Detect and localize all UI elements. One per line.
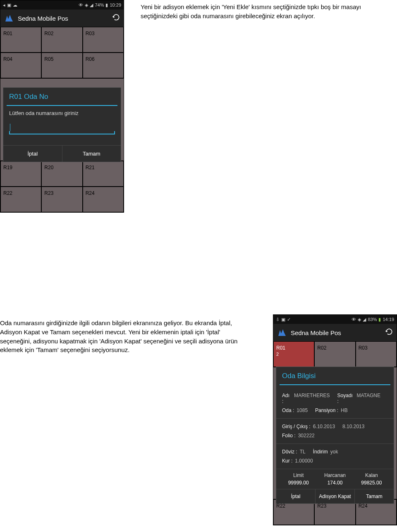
eye-icon: 👁 <box>352 317 356 322</box>
status-time: 10:29 <box>110 2 121 7</box>
battery-icon: ▮ <box>105 2 108 8</box>
room-grid-top: R01 2 R02 R03 <box>273 341 397 367</box>
app-title: Sedna Mobile Pos <box>18 15 68 22</box>
app-logo-icon <box>4 13 14 24</box>
dialog-divider <box>280 384 390 385</box>
name-label: Adı : <box>282 393 292 404</box>
image-icon: ▣ <box>7 2 11 8</box>
dialog-subtitle: Lütfen oda numarasını giriniz <box>3 110 121 124</box>
room-cell[interactable]: R03 <box>356 342 396 367</box>
room-cell[interactable]: R02 <box>315 342 355 367</box>
oda-no-input[interactable] <box>9 124 115 134</box>
room-cell[interactable]: R01 2 <box>274 342 314 367</box>
screenshot-oda-no: ◂ ▣ ☁ 👁 ◈ ◢ 74% ▮ 10:29 Sedna Mobile Pos… <box>0 0 124 213</box>
signal-icon: ◢ <box>90 2 93 8</box>
surname-label: Soyadı : <box>337 393 354 404</box>
board-value: HB <box>341 407 348 413</box>
refresh-icon[interactable] <box>112 13 120 23</box>
room-cell[interactable]: R24 <box>83 187 123 212</box>
status-bar: ◂ ▣ ☁ 👁 ◈ ◢ 74% ▮ 10:29 <box>0 0 124 10</box>
rate-label: Kur : <box>282 458 292 464</box>
room-cell[interactable]: R20 <box>42 161 82 186</box>
room-cell[interactable]: R03 <box>83 27 123 52</box>
chat-icon: ☁ <box>13 2 17 8</box>
room-cell[interactable]: R21 <box>83 161 123 186</box>
battery-percent: 74% <box>95 2 104 7</box>
folio-label: Folio : <box>282 433 296 439</box>
instruction-paragraph-2: Oda numarasını girdiğinizde ilgili odanı… <box>0 319 244 355</box>
remain-label: Kalan <box>361 472 382 478</box>
name-value: MARIETHERES <box>294 393 330 404</box>
room-cell[interactable]: R02 <box>42 27 82 52</box>
room-grid-bottom: R19 R20 R21 R22 R23 R24 <box>0 161 124 212</box>
app-title: Sedna Mobile Pos <box>291 329 341 336</box>
room-grid-top: R01 R02 R03 R04 R05 R06 <box>0 27 124 78</box>
refresh-icon[interactable] <box>385 328 393 338</box>
rate-value: 1.00000 <box>295 458 313 464</box>
nav-icon: ◂ <box>3 2 5 8</box>
room-label: R01 <box>276 345 285 351</box>
room-cell[interactable]: R06 <box>83 53 123 78</box>
wifi-icon: ◈ <box>358 317 361 322</box>
limit-value: 99999.00 <box>288 480 309 486</box>
room-cell[interactable]: R05 <box>42 53 82 78</box>
tamam-button[interactable]: Tamam <box>354 489 394 503</box>
room-cell[interactable]: R19 <box>1 161 41 186</box>
checkout-value: 8.10.2013 <box>342 424 364 429</box>
spent-label: Harcanan <box>324 472 346 478</box>
iptal-button[interactable]: İptal <box>3 146 62 162</box>
currency-label: Döviz : <box>282 449 297 455</box>
app-header: Sedna Mobile Pos <box>0 10 124 27</box>
board-label: Pansiyon : <box>315 407 338 413</box>
remain-value: 99825.00 <box>361 480 382 486</box>
dialog-title: Oda Bilgisi <box>276 367 394 384</box>
instruction-paragraph-1: Yeni bir adisyon eklemek için 'Yeni Ekle… <box>141 2 372 21</box>
screenshot-oda-bilgisi: ⇩ ▣ ✓ 👁 ◈ ◢ 83% ▮ 14:19 Sedna Mobile Pos… <box>273 314 397 525</box>
room-cell[interactable]: R22 <box>1 187 41 212</box>
app-logo-icon <box>277 327 287 338</box>
oda-bilgisi-dialog: Oda Bilgisi Adı : MARIETHERES Soyadı : M… <box>276 367 394 504</box>
dialog-title: R01 Oda No <box>3 88 121 105</box>
currency-value: TL <box>300 449 306 455</box>
discount-value: yok <box>330 449 338 455</box>
status-time: 14:19 <box>383 317 394 322</box>
inout-label: Giriş / Çıkış : <box>282 424 311 429</box>
surname-value: MATAGNE <box>356 393 380 404</box>
dropbox-icon: ⇩ <box>276 317 280 322</box>
folio-value: 302222 <box>298 433 315 439</box>
check-icon: ✓ <box>287 317 291 322</box>
discount-label: İndirim <box>313 449 328 455</box>
room-cell[interactable]: R23 <box>42 187 82 212</box>
battery-icon: ▮ <box>378 317 381 322</box>
status-bar: ⇩ ▣ ✓ 👁 ◈ ◢ 83% ▮ 14:19 <box>273 315 397 324</box>
spent-value: 174.00 <box>324 480 346 486</box>
tamam-button[interactable]: Tamam <box>62 146 121 162</box>
limit-label: Limit <box>288 472 309 478</box>
app-header: Sedna Mobile Pos <box>273 324 397 341</box>
image-icon: ▣ <box>281 317 285 322</box>
room-cell[interactable]: R01 <box>1 27 41 52</box>
room-cell[interactable]: R04 <box>1 53 41 78</box>
iptal-button[interactable]: İptal <box>276 489 315 503</box>
room-count: 2 <box>276 352 279 357</box>
dialog-divider <box>7 105 117 106</box>
adisyon-kapat-button[interactable]: Adisyon Kapat <box>315 489 354 503</box>
wifi-icon: ◈ <box>85 2 88 8</box>
signal-icon: ◢ <box>363 317 366 322</box>
room-value: 1085 <box>297 407 308 413</box>
battery-percent: 83% <box>368 317 377 322</box>
room-label: Oda : <box>282 407 294 413</box>
eye-icon: 👁 <box>79 2 83 7</box>
checkin-value: 6.10.2013 <box>313 424 335 429</box>
oda-no-dialog: R01 Oda No Lütfen oda numarasını giriniz… <box>3 87 121 162</box>
